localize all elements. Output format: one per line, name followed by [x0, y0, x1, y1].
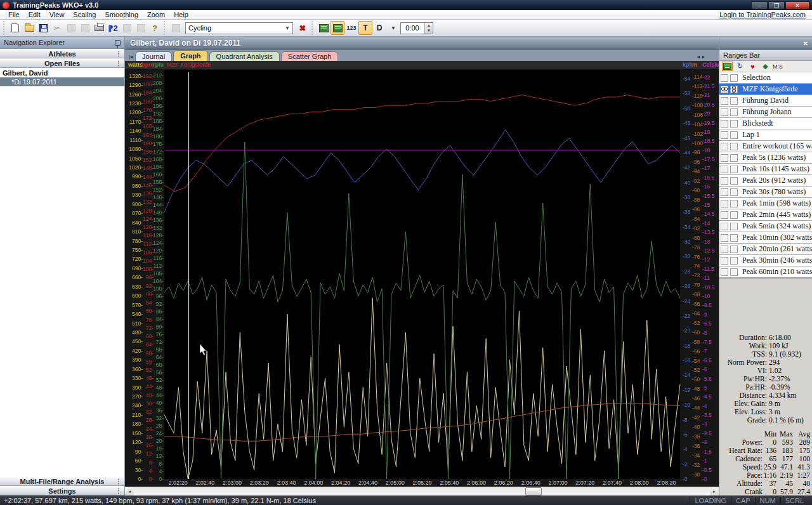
horizontal-scrollbar[interactable]: ◂ ▸	[125, 487, 719, 495]
multi-file-menu-icon[interactable]: ⋮	[115, 478, 122, 485]
range-item[interactable]: Entire workout (165 watts)	[719, 141, 812, 152]
range-visible-checkbox[interactable]	[721, 154, 728, 162]
smoothing-spinner[interactable]: ▲▼	[400, 22, 433, 34]
range-lock-checkbox[interactable]	[730, 74, 738, 82]
axis-options-dropdown[interactable]: ▼	[386, 21, 400, 35]
range-item[interactable]: Peak 10s (1145 watts)	[719, 164, 812, 175]
range-visible-checkbox[interactable]	[721, 246, 728, 253]
print-button[interactable]	[92, 21, 106, 35]
link-icon[interactable]	[730, 86, 738, 93]
range-item[interactable]: Lap 1	[719, 129, 812, 141]
range-item[interactable]: Blickstedt	[719, 118, 812, 129]
open-files-menu-icon[interactable]: ⋮	[115, 60, 122, 67]
range-item[interactable]: Peak 30s (780 watts)	[719, 187, 812, 198]
settings-menu-icon[interactable]: ⋮	[115, 487, 122, 494]
range-lock-checkbox[interactable]	[730, 154, 738, 162]
range-item[interactable]: Peak 20s (912 watts)	[719, 175, 812, 187]
range-visible-checkbox[interactable]	[721, 211, 728, 219]
menu-zoom[interactable]: Zoom	[143, 11, 169, 18]
menu-smoothing[interactable]: Smoothing	[100, 11, 143, 18]
first-tab-icon[interactable]: |◂	[128, 54, 135, 61]
ranges-heart-button[interactable]: ♥	[747, 62, 758, 71]
range-item[interactable]: Peak 1min (598 watts)	[719, 198, 812, 209]
range-visible-checkbox[interactable]	[721, 200, 728, 207]
time-axis-button[interactable]: T	[358, 21, 372, 35]
range-lock-checkbox[interactable]	[730, 143, 738, 150]
range-item[interactable]: Führung Johann	[719, 107, 812, 118]
range-visible-checkbox[interactable]	[721, 268, 728, 276]
eye-icon[interactable]	[721, 86, 728, 93]
range-item[interactable]: Selection	[719, 72, 812, 84]
range-visible-checkbox[interactable]	[721, 74, 728, 82]
range-visible-checkbox[interactable]	[721, 234, 728, 242]
scroll-left-icon[interactable]: ◂	[125, 487, 134, 495]
save-button[interactable]	[36, 21, 50, 35]
range-lock-checkbox[interactable]	[730, 120, 738, 128]
range-item[interactable]: Peak 20min (261 watts)	[719, 244, 812, 255]
range-lock-checkbox[interactable]	[730, 246, 738, 253]
athlete-name[interactable]: Gilbert, David	[0, 68, 124, 77]
smoothing-input[interactable]	[401, 24, 424, 32]
help-button[interactable]: ?	[148, 21, 162, 35]
tab-quadrant-analysis[interactable]: Quadrant Analysis	[209, 51, 280, 61]
range-lock-checkbox[interactable]	[730, 177, 738, 185]
range-visible-checkbox[interactable]	[721, 223, 728, 230]
athletes-section-bar[interactable]: Athletes ⋮	[0, 49, 124, 58]
range-lock-checkbox[interactable]	[730, 211, 738, 219]
tab-journal[interactable]: Journal	[135, 51, 172, 61]
paste-button[interactable]	[78, 21, 92, 35]
open-file-item[interactable]: *Di 19.07.2011	[0, 77, 124, 86]
minimize-button[interactable]: –	[751, 1, 768, 10]
workout-type-select[interactable]: Cycling ▼	[185, 22, 293, 34]
range-item[interactable]: MZF Königsförde	[719, 84, 812, 95]
close-workout-button[interactable]: ✖	[296, 21, 310, 35]
range-visible-checkbox[interactable]	[721, 166, 728, 173]
range-lock-checkbox[interactable]	[730, 200, 738, 207]
range-lock-checkbox[interactable]	[730, 257, 738, 265]
range-item[interactable]: Führung David	[719, 95, 812, 107]
range-visible-checkbox[interactable]	[721, 108, 728, 116]
range-visible-checkbox[interactable]	[721, 143, 728, 150]
pin-icon[interactable]	[115, 40, 121, 46]
range-visible-checkbox[interactable]	[721, 131, 728, 139]
copy-button[interactable]	[64, 21, 78, 35]
range-item[interactable]: Peak 5min (324 watts)	[719, 221, 812, 232]
menu-edit[interactable]: Edit	[24, 11, 45, 18]
ranges-close-icon[interactable]: ✕	[803, 40, 808, 47]
range-item[interactable]: Peak 10min (302 watts)	[719, 232, 812, 244]
chart-plot-area[interactable]	[164, 70, 680, 479]
toolbar-disabled-button-2[interactable]	[134, 21, 148, 35]
scrollbar-thumb[interactable]	[525, 487, 542, 495]
open-files-section-bar[interactable]: Open Files ⋮	[0, 58, 124, 68]
tab-scroll-icons[interactable]: ◂▸	[697, 54, 707, 60]
range-lock-checkbox[interactable]	[730, 188, 738, 196]
range-lock-checkbox[interactable]	[730, 166, 738, 173]
undock-button[interactable]	[169, 21, 183, 35]
range-lock-checkbox[interactable]	[730, 108, 738, 116]
tab-scatter-graph[interactable]: Scatter Graph	[281, 51, 338, 61]
settings-bar[interactable]: Settings ⋮	[0, 486, 124, 495]
menu-view[interactable]: View	[45, 11, 69, 18]
close-button[interactable]: ✕	[785, 1, 809, 10]
multi-file-analysis-bar[interactable]: Multi-File/Range Analysis ⋮	[0, 476, 124, 486]
athletes-menu-icon[interactable]: ⋮	[115, 50, 122, 57]
recalculate-button[interactable]: ⁋2	[106, 21, 120, 35]
range-lock-checkbox[interactable]	[730, 268, 738, 276]
ranges-refresh-button[interactable]: ↻	[735, 62, 745, 71]
ranges-chart-button[interactable]	[722, 62, 733, 71]
menu-help[interactable]: Help	[169, 11, 193, 18]
scrollbar-track[interactable]	[134, 487, 710, 495]
restore-button[interactable]: ❐	[768, 1, 785, 10]
open-file-button[interactable]	[22, 21, 36, 35]
range-visible-checkbox[interactable]	[721, 188, 728, 196]
cut-button[interactable]: ✂	[50, 21, 64, 35]
range-item[interactable]: Peak 5s (1236 watts)	[719, 152, 812, 164]
menu-file[interactable]: File	[4, 11, 24, 18]
toolbar-disabled-button-1[interactable]	[120, 21, 134, 35]
range-chart-button[interactable]	[331, 21, 344, 35]
ms-mode-label[interactable]: M:S	[773, 63, 783, 70]
range-lock-checkbox[interactable]	[730, 234, 738, 242]
range-visible-checkbox[interactable]	[721, 257, 728, 265]
ranges-diamond-button[interactable]: ◆	[760, 62, 771, 71]
range-item[interactable]: Peak 2min (445 watts)	[719, 209, 812, 221]
